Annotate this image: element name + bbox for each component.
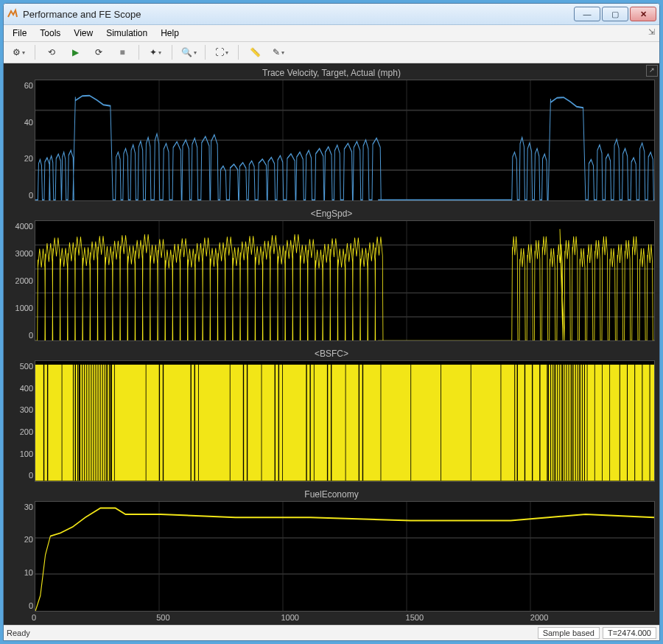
- matlab-icon: [7, 8, 18, 20]
- toolbar-separator: [35, 45, 35, 60]
- maximize-button[interactable]: ▢: [602, 7, 628, 21]
- minimize-button[interactable]: —: [574, 7, 600, 21]
- y-tick: 0: [29, 471, 33, 480]
- step-forward[interactable]: ⟳: [88, 43, 109, 61]
- svg-rect-29: [198, 361, 199, 481]
- svg-rect-89: [552, 361, 553, 481]
- y-tick: 300: [20, 405, 33, 414]
- highlight-dropdown[interactable]: ✦: [145, 43, 166, 61]
- pane-bsfc: <BSFC> 5004003002001000: [8, 349, 655, 482]
- svg-rect-63: [381, 361, 382, 481]
- window-title: Performance and FE Scope: [23, 9, 569, 20]
- step-back[interactable]: ⟲: [41, 43, 62, 61]
- scope-window: Performance and FE Scope — ▢ ✕ File Tool…: [3, 3, 660, 641]
- run[interactable]: ▶: [65, 43, 85, 61]
- toolbar-separator: [205, 45, 206, 60]
- menu-simulation[interactable]: Simulation: [100, 27, 153, 40]
- menubar: File Tools View Simulation Help ⇲: [4, 25, 659, 42]
- svg-rect-87: [548, 361, 549, 481]
- y-tick: 100: [20, 449, 33, 458]
- svg-rect-54: [93, 361, 94, 481]
- pane-engspd: <EngSpd> 40003000200010000: [8, 209, 655, 342]
- svg-rect-35: [278, 361, 279, 481]
- svg-rect-30: [230, 361, 231, 481]
- svg-rect-60: [107, 361, 108, 481]
- svg-rect-52: [88, 361, 89, 481]
- svg-rect-67: [501, 361, 502, 481]
- svg-rect-33: [262, 361, 262, 481]
- y-tick: 0: [29, 601, 33, 610]
- svg-rect-86: [650, 361, 650, 481]
- y-tick: 500: [20, 362, 33, 371]
- svg-rect-76: [572, 361, 572, 481]
- y-axis: 40003000200010000: [8, 220, 35, 342]
- svg-rect-103: [584, 361, 585, 481]
- stop[interactable]: ■: [112, 43, 133, 61]
- y-tick: 1000: [15, 304, 33, 312]
- status-mode: Sample based: [538, 627, 600, 639]
- svg-rect-88: [550, 361, 551, 481]
- close-button[interactable]: ✕: [630, 7, 656, 21]
- svg-rect-64: [410, 361, 411, 481]
- svg-rect-27: [191, 361, 192, 481]
- svg-rect-46: [75, 361, 76, 481]
- config-dropdown[interactable]: ⚙: [8, 43, 29, 61]
- y-tick: 40: [24, 118, 33, 127]
- toolbar-separator: [138, 45, 139, 60]
- pane-velocity: Trace Velocity, Target, Actual (mph) 604…: [8, 68, 655, 201]
- window-buttons: — ▢ ✕: [574, 7, 656, 21]
- cursor-measurements[interactable]: 📏: [245, 43, 265, 61]
- svg-rect-101: [580, 361, 580, 481]
- y-axis: 6040200: [8, 80, 35, 201]
- y-axis: 3020100: [8, 501, 35, 612]
- undock-icon[interactable]: ⇲: [648, 27, 655, 37]
- svg-rect-102: [582, 361, 583, 481]
- svg-rect-24: [146, 361, 147, 481]
- fit-dropdown[interactable]: ⛶: [211, 43, 232, 61]
- y-axis: 5004003002001000: [8, 360, 35, 482]
- svg-rect-79: [594, 361, 595, 481]
- zoom-dropdown[interactable]: 🔍: [178, 43, 199, 61]
- svg-rect-96: [569, 361, 569, 481]
- status-time: T=2474.000: [603, 627, 656, 639]
- y-tick: 2000: [15, 276, 33, 285]
- titlebar[interactable]: Performance and FE Scope — ▢ ✕: [4, 4, 659, 25]
- svg-rect-91: [557, 361, 558, 481]
- svg-rect-38: [309, 361, 310, 481]
- statusbar: Ready Sample based T=2474.000: [4, 625, 659, 640]
- svg-rect-41: [331, 361, 332, 481]
- maximize-axes-icon[interactable]: ↗: [646, 65, 658, 77]
- y-tick: 0: [29, 331, 33, 340]
- svg-rect-95: [566, 361, 566, 481]
- svg-rect-25: [159, 361, 160, 481]
- menu-view[interactable]: View: [68, 27, 99, 40]
- svg-rect-70: [525, 361, 525, 481]
- plot-engspd[interactable]: [35, 220, 655, 342]
- y-tick: 10: [24, 568, 33, 577]
- toolbar-separator: [238, 45, 239, 60]
- toolbar-separator: [172, 45, 172, 60]
- svg-rect-45: [73, 361, 74, 481]
- menu-file[interactable]: File: [7, 27, 32, 40]
- svg-rect-32: [247, 361, 248, 481]
- plot-velocity[interactable]: [35, 80, 655, 201]
- svg-rect-26: [163, 361, 164, 481]
- scope-area: ↗ Trace Velocity, Target, Actual (mph) 6…: [4, 63, 659, 625]
- svg-rect-72: [539, 361, 540, 481]
- status-ready: Ready: [7, 629, 30, 637]
- menu-help[interactable]: Help: [155, 27, 185, 40]
- svg-rect-66: [471, 361, 471, 481]
- svg-rect-69: [517, 361, 518, 481]
- svg-rect-40: [327, 361, 328, 481]
- svg-rect-94: [564, 361, 564, 481]
- triggers-dropdown[interactable]: ✎: [268, 43, 289, 61]
- menu-tools[interactable]: Tools: [34, 27, 66, 40]
- svg-rect-82: [620, 361, 620, 481]
- plot-bsfc[interactable]: [35, 360, 655, 482]
- x-tick: 2000: [530, 613, 655, 622]
- svg-rect-34: [275, 361, 276, 481]
- svg-rect-53: [91, 361, 91, 481]
- y-tick: 200: [20, 427, 33, 436]
- plot-fueleconomy[interactable]: [35, 501, 655, 612]
- svg-rect-39: [314, 361, 315, 481]
